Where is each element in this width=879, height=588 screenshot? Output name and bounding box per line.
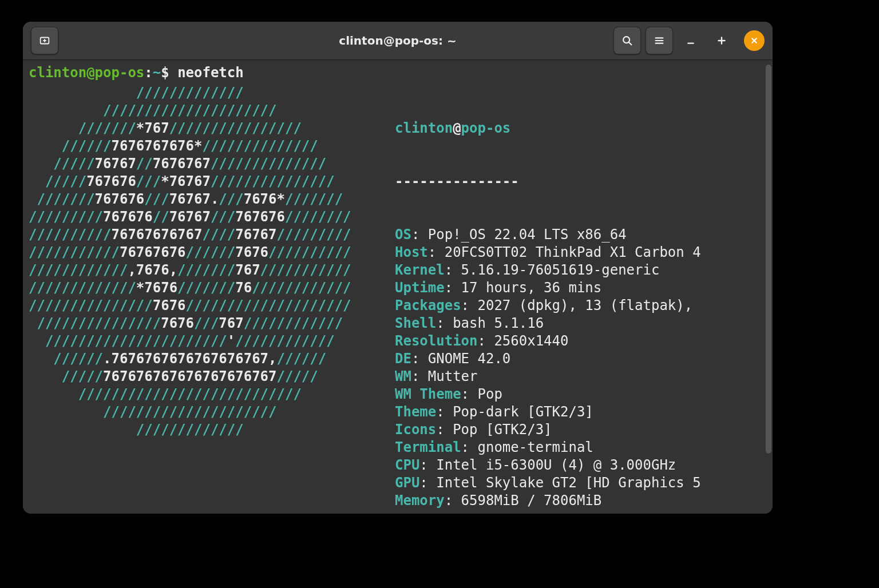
info-key: GPU — [395, 475, 419, 491]
info-value: Pop!_OS 22.04 LTS x86_64 — [428, 227, 627, 243]
neofetch-info: clinton@pop-os --------------- OS: Pop!_… — [395, 84, 767, 514]
info-row: Shell: bash 5.1.16 — [395, 315, 767, 332]
neofetch-separator: --------------- — [395, 173, 767, 190]
minimize-button[interactable] — [678, 27, 704, 54]
window-title: clinton@pop-os: ~ — [339, 34, 456, 47]
info-row: OS: Pop!_OS 22.04 LTS x86_64 — [395, 226, 767, 244]
info-value: 5.16.19-76051619-generic — [461, 262, 660, 278]
info-value: GNOME 42.0 — [428, 351, 511, 367]
prompt-user: clinton — [29, 65, 86, 81]
info-key: Resolution — [395, 333, 478, 349]
info-value: 6598MiB / 7806MiB — [461, 492, 602, 508]
info-value: 20FCS0TT02 ThinkPad X1 Carbon 4 — [445, 244, 701, 260]
window-controls — [613, 27, 765, 54]
titlebar: clinton@pop-os: ~ — [23, 22, 773, 60]
info-value: 2560x1440 — [494, 333, 568, 349]
info-key: OS — [395, 227, 411, 243]
info-value: Pop [GTK2/3] — [453, 422, 552, 438]
search-button[interactable] — [613, 27, 641, 54]
info-key: Theme — [395, 404, 436, 420]
prompt-command: neofetch — [177, 65, 244, 81]
info-value: 2027 (dpkg), 13 (flatpak), — [478, 297, 693, 313]
info-row: Host: 20FCS0TT02 ThinkPad X1 Carbon 4 — [395, 244, 767, 261]
maximize-button[interactable] — [708, 27, 735, 54]
info-key: CPU — [395, 457, 419, 473]
info-row: CPU: Intel i5-6300U (4) @ 3.000GHz — [395, 456, 767, 474]
info-key: Shell — [395, 315, 436, 331]
info-row: WM Theme: Pop — [395, 386, 767, 403]
svg-line-4 — [629, 42, 632, 45]
new-tab-button[interactable] — [31, 27, 58, 54]
info-key: Host — [395, 244, 428, 260]
info-key: Terminal — [395, 439, 461, 455]
info-key: Memory — [395, 492, 445, 508]
close-button[interactable] — [744, 30, 765, 51]
info-row: DE: GNOME 42.0 — [395, 350, 767, 368]
terminal-window: clinton@pop-os: ~ — [23, 22, 773, 514]
info-row: Icons: Pop [GTK2/3] — [395, 421, 767, 439]
info-value: bash 5.1.16 — [453, 315, 544, 331]
info-key: Uptime — [395, 280, 445, 296]
info-key: Icons — [395, 422, 436, 438]
info-value: Mutter — [428, 368, 478, 384]
info-row: Memory: 6598MiB / 7806MiB — [395, 492, 767, 510]
info-value: Intel Skylake GT2 [HD Graphics 5 — [436, 475, 700, 491]
terminal-body[interactable]: clinton@pop-os:~$ neofetch /////////////… — [23, 60, 773, 514]
info-value: gnome-terminal — [478, 439, 593, 455]
menu-button[interactable] — [646, 27, 673, 54]
scrollbar-thumb[interactable] — [766, 65, 771, 454]
info-row: WM: Mutter — [395, 368, 767, 386]
ascii-art: ///////////// ///////////////////// ////… — [29, 84, 395, 439]
info-key: Kernel — [395, 262, 445, 278]
info-key: DE — [395, 351, 411, 367]
info-key: Packages — [395, 297, 461, 313]
info-key: WM Theme — [395, 386, 461, 402]
prompt-colon: : — [144, 65, 152, 81]
prompt-line: clinton@pop-os:~$ neofetch — [29, 65, 767, 81]
info-key: WM — [395, 368, 411, 384]
info-row: Packages: 2027 (dpkg), 13 (flatpak), — [395, 297, 767, 315]
prompt-path: ~ — [153, 65, 161, 81]
info-row: Terminal: gnome-terminal — [395, 439, 767, 456]
info-value: Pop-dark [GTK2/3] — [453, 404, 593, 420]
info-value: 17 hours, 36 mins — [461, 280, 602, 296]
info-row: Kernel: 5.16.19-76051619-generic — [395, 261, 767, 279]
info-row: Resolution: 2560x1440 — [395, 332, 767, 350]
prompt-at: @ — [86, 65, 94, 81]
info-value: Intel i5-6300U (4) @ 3.000GHz — [436, 457, 676, 473]
info-row: Uptime: 17 hours, 36 mins — [395, 279, 767, 297]
prompt-host: pop-os — [95, 65, 145, 81]
neofetch-title: clinton@pop-os — [395, 120, 767, 137]
info-row: Theme: Pop-dark [GTK2/3] — [395, 403, 767, 421]
prompt-sigil: $ — [161, 65, 169, 81]
info-value: Pop — [478, 386, 502, 402]
info-row: GPU: Intel Skylake GT2 [HD Graphics 5 — [395, 474, 767, 492]
